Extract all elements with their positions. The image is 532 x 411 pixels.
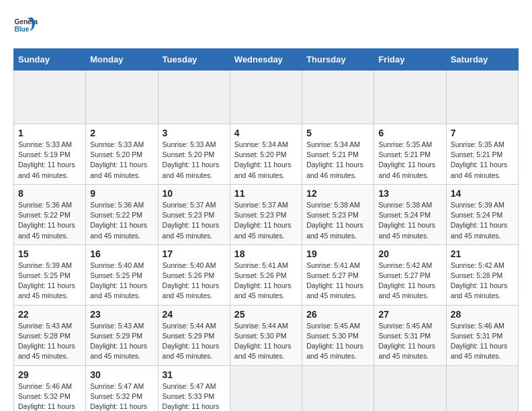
day-number: 30 (90, 369, 153, 380)
calendar-cell (158, 71, 230, 124)
day-number: 9 (90, 188, 153, 199)
calendar-cell: 17 Sunrise: 5:40 AM Sunset: 5:26 PM Dayl… (158, 244, 230, 305)
day-number: 29 (18, 369, 81, 380)
header-tuesday: Tuesday (158, 49, 230, 71)
calendar-cell: 4 Sunrise: 5:34 AM Sunset: 5:20 PM Dayli… (230, 124, 302, 185)
calendar-cell: 2 Sunrise: 5:33 AM Sunset: 5:20 PM Dayli… (86, 124, 158, 185)
calendar-cell: 14 Sunrise: 5:39 AM Sunset: 5:24 PM Dayl… (446, 184, 518, 244)
calendar-cell: 16 Sunrise: 5:40 AM Sunset: 5:25 PM Dayl… (86, 244, 158, 305)
calendar-week-5: 22 Sunrise: 5:43 AM Sunset: 5:28 PM Dayl… (14, 305, 519, 365)
day-number: 12 (306, 188, 369, 199)
day-info: Sunrise: 5:43 AM Sunset: 5:29 PM Dayligh… (90, 321, 153, 362)
day-info: Sunrise: 5:47 AM Sunset: 5:32 PM Dayligh… (90, 381, 153, 412)
day-info: Sunrise: 5:42 AM Sunset: 5:28 PM Dayligh… (451, 261, 514, 302)
day-number: 3 (163, 128, 226, 138)
day-number: 5 (306, 128, 369, 138)
calendar-cell: 6 Sunrise: 5:35 AM Sunset: 5:21 PM Dayli… (374, 124, 446, 185)
calendar-cell (374, 71, 446, 124)
day-number: 2 (90, 128, 153, 138)
calendar-week-4: 15 Sunrise: 5:39 AM Sunset: 5:25 PM Dayl… (14, 244, 519, 305)
calendar-cell (86, 71, 158, 124)
day-number: 19 (306, 248, 369, 259)
day-number: 25 (234, 309, 298, 320)
page-header: General Blue (13, 13, 519, 38)
day-info: Sunrise: 5:33 AM Sunset: 5:19 PM Dayligh… (18, 140, 81, 181)
day-info: Sunrise: 5:35 AM Sunset: 5:21 PM Dayligh… (451, 140, 514, 181)
svg-text:Blue: Blue (14, 26, 29, 33)
calendar-cell: 3 Sunrise: 5:33 AM Sunset: 5:20 PM Dayli… (158, 124, 230, 185)
calendar-week-3: 8 Sunrise: 5:36 AM Sunset: 5:22 PM Dayli… (14, 184, 519, 244)
calendar-cell (230, 365, 302, 411)
day-number: 23 (90, 309, 153, 320)
header-saturday: Saturday (446, 49, 518, 71)
day-number: 4 (234, 128, 298, 138)
day-info: Sunrise: 5:36 AM Sunset: 5:22 PM Dayligh… (90, 200, 153, 241)
day-info: Sunrise: 5:37 AM Sunset: 5:23 PM Dayligh… (234, 200, 298, 241)
day-number: 14 (451, 188, 514, 199)
day-number: 21 (451, 248, 514, 259)
day-number: 6 (378, 128, 441, 138)
day-number: 8 (18, 188, 81, 199)
calendar-cell: 18 Sunrise: 5:41 AM Sunset: 5:26 PM Dayl… (230, 244, 302, 305)
calendar-cell: 15 Sunrise: 5:39 AM Sunset: 5:25 PM Dayl… (14, 244, 86, 305)
day-info: Sunrise: 5:44 AM Sunset: 5:30 PM Dayligh… (234, 321, 298, 362)
calendar-cell: 12 Sunrise: 5:38 AM Sunset: 5:23 PM Dayl… (302, 184, 374, 244)
calendar-week-6: 29 Sunrise: 5:46 AM Sunset: 5:32 PM Dayl… (14, 365, 519, 411)
calendar-cell: 9 Sunrise: 5:36 AM Sunset: 5:22 PM Dayli… (86, 184, 158, 244)
day-info: Sunrise: 5:33 AM Sunset: 5:20 PM Dayligh… (90, 140, 153, 181)
calendar-cell: 27 Sunrise: 5:45 AM Sunset: 5:31 PM Dayl… (374, 305, 446, 365)
calendar-cell (446, 71, 518, 124)
calendar-cell: 31 Sunrise: 5:47 AM Sunset: 5:33 PM Dayl… (158, 365, 230, 411)
calendar-cell: 13 Sunrise: 5:38 AM Sunset: 5:24 PM Dayl… (374, 184, 446, 244)
header-sunday: Sunday (14, 49, 86, 71)
day-number: 24 (163, 309, 226, 320)
day-info: Sunrise: 5:45 AM Sunset: 5:31 PM Dayligh… (378, 321, 441, 362)
calendar-week-2: 1 Sunrise: 5:33 AM Sunset: 5:19 PM Dayli… (14, 124, 519, 185)
logo: General Blue (13, 13, 38, 38)
day-info: Sunrise: 5:47 AM Sunset: 5:33 PM Dayligh… (163, 381, 226, 412)
day-info: Sunrise: 5:39 AM Sunset: 5:25 PM Dayligh… (18, 261, 81, 302)
calendar-cell: 22 Sunrise: 5:43 AM Sunset: 5:28 PM Dayl… (14, 305, 86, 365)
calendar-cell: 8 Sunrise: 5:36 AM Sunset: 5:22 PM Dayli… (14, 184, 86, 244)
day-number: 18 (234, 248, 298, 259)
calendar-week-1 (14, 71, 519, 124)
day-info: Sunrise: 5:40 AM Sunset: 5:26 PM Dayligh… (163, 261, 226, 302)
header-friday: Friday (374, 49, 446, 71)
day-number: 13 (378, 188, 441, 199)
calendar-cell: 20 Sunrise: 5:42 AM Sunset: 5:27 PM Dayl… (374, 244, 446, 305)
calendar-cell: 1 Sunrise: 5:33 AM Sunset: 5:19 PM Dayli… (14, 124, 86, 185)
calendar-cell (374, 365, 446, 411)
day-info: Sunrise: 5:46 AM Sunset: 5:31 PM Dayligh… (451, 321, 514, 362)
calendar-cell (302, 365, 374, 411)
day-info: Sunrise: 5:43 AM Sunset: 5:28 PM Dayligh… (18, 321, 81, 362)
calendar-header-row: SundayMondayTuesdayWednesdayThursdayFrid… (14, 49, 519, 71)
day-number: 10 (163, 188, 226, 199)
calendar-cell: 11 Sunrise: 5:37 AM Sunset: 5:23 PM Dayl… (230, 184, 302, 244)
day-number: 15 (18, 248, 81, 259)
day-number: 11 (234, 188, 298, 199)
day-info: Sunrise: 5:44 AM Sunset: 5:29 PM Dayligh… (163, 321, 226, 362)
calendar-cell: 30 Sunrise: 5:47 AM Sunset: 5:32 PM Dayl… (86, 365, 158, 411)
header-thursday: Thursday (302, 49, 374, 71)
calendar-cell: 29 Sunrise: 5:46 AM Sunset: 5:32 PM Dayl… (14, 365, 86, 411)
day-info: Sunrise: 5:41 AM Sunset: 5:26 PM Dayligh… (234, 261, 298, 302)
calendar-cell: 7 Sunrise: 5:35 AM Sunset: 5:21 PM Dayli… (446, 124, 518, 185)
day-number: 28 (451, 309, 514, 320)
calendar-cell: 19 Sunrise: 5:41 AM Sunset: 5:27 PM Dayl… (302, 244, 374, 305)
day-info: Sunrise: 5:39 AM Sunset: 5:24 PM Dayligh… (451, 200, 514, 241)
day-info: Sunrise: 5:36 AM Sunset: 5:22 PM Dayligh… (18, 200, 81, 241)
calendar-cell: 24 Sunrise: 5:44 AM Sunset: 5:29 PM Dayl… (158, 305, 230, 365)
header-wednesday: Wednesday (230, 49, 302, 71)
day-info: Sunrise: 5:37 AM Sunset: 5:23 PM Dayligh… (163, 200, 226, 241)
calendar-cell: 21 Sunrise: 5:42 AM Sunset: 5:28 PM Dayl… (446, 244, 518, 305)
day-info: Sunrise: 5:46 AM Sunset: 5:32 PM Dayligh… (18, 381, 81, 412)
day-info: Sunrise: 5:34 AM Sunset: 5:20 PM Dayligh… (234, 140, 298, 181)
calendar-table: SundayMondayTuesdayWednesdayThursdayFrid… (13, 48, 519, 411)
calendar-cell (446, 365, 518, 411)
calendar-cell: 28 Sunrise: 5:46 AM Sunset: 5:31 PM Dayl… (446, 305, 518, 365)
day-number: 26 (306, 309, 369, 320)
day-number: 1 (18, 128, 81, 138)
day-number: 17 (163, 248, 226, 259)
day-number: 16 (90, 248, 153, 259)
calendar-cell: 5 Sunrise: 5:34 AM Sunset: 5:21 PM Dayli… (302, 124, 374, 185)
